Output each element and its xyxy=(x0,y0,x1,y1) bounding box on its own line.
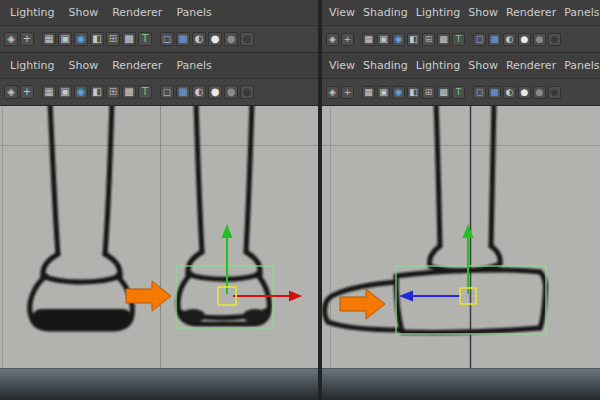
gate-mask-icon[interactable]: ◧ xyxy=(90,32,104,46)
select-camera-icon[interactable]: ◈ xyxy=(4,85,18,99)
image-plane xyxy=(322,106,600,400)
menu-renderer[interactable]: Renderer xyxy=(502,6,560,19)
shadow-sphere-icon[interactable]: ● xyxy=(224,85,238,99)
textured-sphere-icon[interactable]: ◐ xyxy=(192,32,206,46)
menu-panels[interactable]: Panels xyxy=(560,6,600,19)
image-plane xyxy=(0,106,318,400)
safe-action-icon[interactable]: ▩ xyxy=(437,33,450,46)
menu-lighting[interactable]: Lighting xyxy=(412,59,464,72)
bottom-left-panel-toolbar: ◈+▦▣◉◧⊞▩T◻■◐●●● xyxy=(0,79,318,106)
ao-sphere-icon[interactable]: ● xyxy=(240,32,254,46)
resolution-gate-icon[interactable]: ◉ xyxy=(392,33,405,46)
field-chart-icon[interactable]: ⊞ xyxy=(106,85,120,99)
shaded-cube-icon[interactable]: ■ xyxy=(488,33,501,46)
side-viewport-canvas[interactable] xyxy=(322,106,600,400)
shadow-sphere-icon[interactable]: ● xyxy=(224,32,238,46)
menu-panels[interactable]: Panels xyxy=(169,6,218,19)
safe-action-icon[interactable]: ▩ xyxy=(437,86,450,99)
shaded-cube-icon[interactable]: ■ xyxy=(176,85,190,99)
toolbar-separator xyxy=(36,31,40,47)
menu-renderer[interactable]: Renderer xyxy=(502,59,560,72)
menu-lighting[interactable]: Lighting xyxy=(412,6,464,19)
field-chart-icon[interactable]: ⊞ xyxy=(422,86,435,99)
menu-show[interactable]: Show xyxy=(464,59,502,72)
menu-view[interactable]: View xyxy=(325,6,359,19)
shadow-sphere-icon[interactable]: ● xyxy=(533,33,546,46)
safe-action-icon[interactable]: ▩ xyxy=(122,32,136,46)
toolbar-separator xyxy=(356,84,360,100)
lighting-sphere-icon[interactable]: ● xyxy=(518,33,531,46)
top-right-panel-toolbar: ◈+▦▣◉◧⊞▩T◻■◐●●● xyxy=(322,26,600,53)
menu-lighting[interactable]: Lighting xyxy=(3,59,61,72)
safe-title-icon[interactable]: T xyxy=(138,32,152,46)
menu-shading[interactable]: Shading xyxy=(359,59,412,72)
bottom-right-panel-menubar: ViewShadingLightingShowRendererPanels xyxy=(322,53,600,79)
select-camera-icon[interactable]: ◈ xyxy=(326,33,339,46)
select-camera-icon[interactable]: ◈ xyxy=(4,32,18,46)
resolution-gate-icon[interactable]: ◉ xyxy=(74,32,88,46)
gate-mask-icon[interactable]: ◧ xyxy=(407,33,420,46)
left-panel-column: LightingShowRendererPanels ◈+▦▣◉◧⊞▩T◻■◐●… xyxy=(0,0,318,400)
ao-sphere-icon[interactable]: ● xyxy=(240,85,254,99)
front-viewport-canvas[interactable] xyxy=(0,106,318,400)
film-gate-icon[interactable]: ▣ xyxy=(377,33,390,46)
field-chart-icon[interactable]: ⊞ xyxy=(422,33,435,46)
toolbar-separator xyxy=(36,84,40,100)
textured-sphere-icon[interactable]: ◐ xyxy=(503,86,516,99)
shaded-cube-icon[interactable]: ■ xyxy=(488,86,501,99)
menu-lighting[interactable]: Lighting xyxy=(3,6,61,19)
gate-mask-icon[interactable]: ◧ xyxy=(90,85,104,99)
side-viewport[interactable] xyxy=(322,106,600,400)
gate-mask-icon[interactable]: ◧ xyxy=(407,86,420,99)
menu-renderer[interactable]: Renderer xyxy=(105,59,169,72)
safe-action-icon[interactable]: ▩ xyxy=(122,85,136,99)
grid-icon[interactable]: ▦ xyxy=(42,85,56,99)
wireframe-cube-icon[interactable]: ◻ xyxy=(160,32,174,46)
ao-sphere-icon[interactable]: ● xyxy=(548,33,561,46)
film-gate-icon[interactable]: ▣ xyxy=(58,32,72,46)
menu-show[interactable]: Show xyxy=(61,6,105,19)
menu-renderer[interactable]: Renderer xyxy=(105,6,169,19)
toolbar-separator xyxy=(356,31,360,47)
wireframe-cube-icon[interactable]: ◻ xyxy=(473,33,486,46)
pan-zoom-icon[interactable]: + xyxy=(341,33,354,46)
select-camera-icon[interactable]: ◈ xyxy=(326,86,339,99)
lighting-sphere-icon[interactable]: ● xyxy=(518,86,531,99)
resolution-gate-icon[interactable]: ◉ xyxy=(392,86,405,99)
textured-sphere-icon[interactable]: ◐ xyxy=(503,33,516,46)
grid-icon[interactable]: ▦ xyxy=(362,86,375,99)
front-viewport[interactable] xyxy=(0,106,318,400)
film-gate-icon[interactable]: ▣ xyxy=(377,86,390,99)
lighting-sphere-icon[interactable]: ● xyxy=(208,85,222,99)
bottom-left-panel-menubar: LightingShowRendererPanels xyxy=(0,53,318,79)
safe-title-icon[interactable]: T xyxy=(138,85,152,99)
pan-zoom-icon[interactable]: + xyxy=(20,85,34,99)
menu-panels[interactable]: Panels xyxy=(560,59,600,72)
floor-region xyxy=(0,368,318,400)
pan-zoom-icon[interactable]: + xyxy=(20,32,34,46)
safe-title-icon[interactable]: T xyxy=(452,86,465,99)
safe-title-icon[interactable]: T xyxy=(452,33,465,46)
menu-view[interactable]: View xyxy=(325,59,359,72)
menu-show[interactable]: Show xyxy=(61,59,105,72)
maya-panel-layout: LightingShowRendererPanels ◈+▦▣◉◧⊞▩T◻■◐●… xyxy=(0,0,600,400)
menu-panels[interactable]: Panels xyxy=(169,59,218,72)
menu-show[interactable]: Show xyxy=(464,6,502,19)
shaded-cube-icon[interactable]: ■ xyxy=(176,32,190,46)
resolution-gate-icon[interactable]: ◉ xyxy=(74,85,88,99)
toolbar-separator xyxy=(154,31,158,47)
ao-sphere-icon[interactable]: ● xyxy=(548,86,561,99)
textured-sphere-icon[interactable]: ◐ xyxy=(192,85,206,99)
wireframe-cube-icon[interactable]: ◻ xyxy=(160,85,174,99)
pan-zoom-icon[interactable]: + xyxy=(341,86,354,99)
film-gate-icon[interactable]: ▣ xyxy=(58,85,72,99)
menu-shading[interactable]: Shading xyxy=(359,6,412,19)
bottom-right-panel-toolbar: ◈+▦▣◉◧⊞▩T◻■◐●●● xyxy=(322,79,600,106)
lighting-sphere-icon[interactable]: ● xyxy=(208,32,222,46)
grid-icon[interactable]: ▦ xyxy=(362,33,375,46)
wireframe-cube-icon[interactable]: ◻ xyxy=(473,86,486,99)
field-chart-icon[interactable]: ⊞ xyxy=(106,32,120,46)
grid-icon[interactable]: ▦ xyxy=(42,32,56,46)
shadow-sphere-icon[interactable]: ● xyxy=(533,86,546,99)
floor-region xyxy=(322,368,600,400)
